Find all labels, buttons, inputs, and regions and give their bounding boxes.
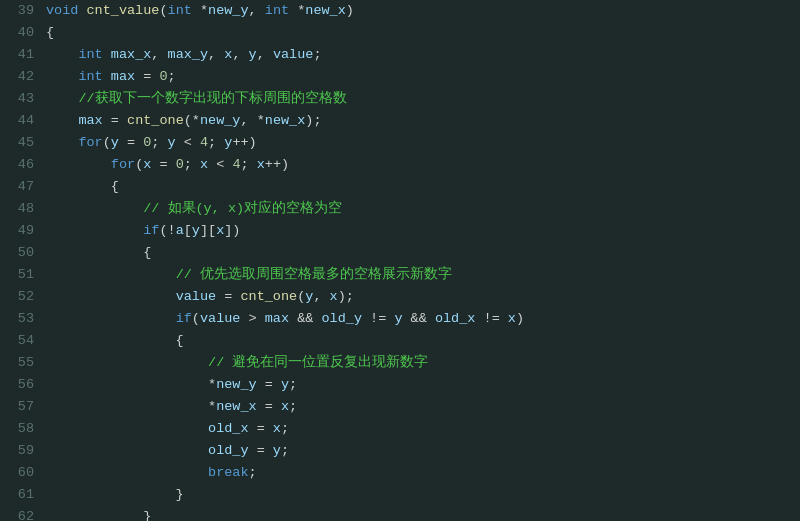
- line-number-58: 58: [8, 418, 34, 440]
- line-number-41: 41: [8, 44, 34, 66]
- code-line-63: }: [46, 506, 800, 521]
- code-line-42: int max = 0;: [46, 66, 800, 88]
- code-line-44: //获取下一个数字出现的下标周围的空格数: [46, 88, 800, 110]
- line-number-52: 52: [8, 286, 34, 308]
- code-line-40: {: [46, 22, 800, 44]
- code-line-41: int max_x, max_y, x, y, value;: [46, 44, 800, 66]
- code-line-45: max = cnt_one(*new_y, *new_x);: [46, 110, 800, 132]
- code-line-59: old_x = x;: [46, 418, 800, 440]
- line-number-51: 51: [8, 264, 34, 286]
- line-number-61: 61: [8, 484, 34, 506]
- line-number-59: 59: [8, 440, 34, 462]
- code-line-55: {: [46, 330, 800, 352]
- code-line-52: // 优先选取周围空格最多的空格展示新数字: [46, 264, 800, 286]
- code-line-60: old_y = y;: [46, 440, 800, 462]
- line-number-53: 53: [8, 308, 34, 330]
- code-line-58: *new_x = x;: [46, 396, 800, 418]
- code-line-61: break;: [46, 462, 800, 484]
- line-number-54: 54: [8, 330, 34, 352]
- code-line-46: for(y = 0; y < 4; y++): [46, 132, 800, 154]
- code-line-57: *new_y = y;: [46, 374, 800, 396]
- line-number-48: 48: [8, 198, 34, 220]
- code-line-56: // 避免在同一位置反复出现新数字: [46, 352, 800, 374]
- code-line-49: // 如果(y, x)对应的空格为空: [46, 198, 800, 220]
- code-line-51: {: [46, 242, 800, 264]
- line-number-56: 56: [8, 374, 34, 396]
- line-number-55: 55: [8, 352, 34, 374]
- code-line-53: value = cnt_one(y, x);: [46, 286, 800, 308]
- line-number-40: 40: [8, 22, 34, 44]
- code-line-39: void cnt_value(int *new_y, int *new_x): [46, 0, 800, 22]
- line-number-60: 60: [8, 462, 34, 484]
- code-line-54: if(value > max && old_y != y && old_x !=…: [46, 308, 800, 330]
- line-number-62: 62: [8, 506, 34, 521]
- line-number-46: 46: [8, 154, 34, 176]
- code-line-50: if(!a[y][x]): [46, 220, 800, 242]
- line-number-49: 49: [8, 220, 34, 242]
- line-number-43: 43: [8, 88, 34, 110]
- code-editor: 3940414243444546474849505152535455565758…: [0, 0, 800, 521]
- line-number-44: 44: [8, 110, 34, 132]
- line-number-gutter: 3940414243444546474849505152535455565758…: [0, 0, 42, 521]
- code-content: void cnt_value(int *new_y, int *new_x){ …: [42, 0, 800, 521]
- line-number-39: 39: [8, 0, 34, 22]
- code-line-47: for(x = 0; x < 4; x++): [46, 154, 800, 176]
- line-number-45: 45: [8, 132, 34, 154]
- code-line-48: {: [46, 176, 800, 198]
- line-number-57: 57: [8, 396, 34, 418]
- line-number-42: 42: [8, 66, 34, 88]
- line-number-47: 47: [8, 176, 34, 198]
- code-line-62: }: [46, 484, 800, 506]
- line-number-50: 50: [8, 242, 34, 264]
